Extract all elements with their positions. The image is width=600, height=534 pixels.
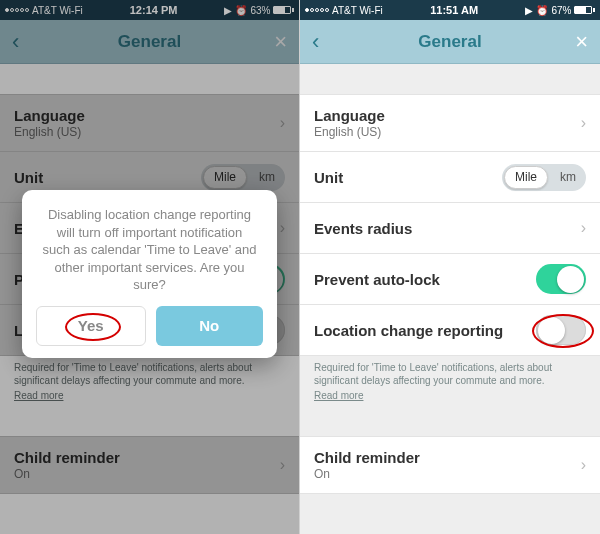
row-label: Location change reporting bbox=[314, 322, 503, 339]
header: ‹ General × bbox=[300, 20, 600, 64]
status-bar: AT&T Wi-Fi 11:51 AM ▶ ⏰ 67% bbox=[300, 0, 600, 20]
close-button[interactable]: × bbox=[568, 29, 588, 55]
helper-text: Required for 'Time to Leave' notificatio… bbox=[300, 355, 600, 412]
row-label: Unit bbox=[314, 169, 343, 186]
alarm-icon: ▶ bbox=[525, 5, 533, 16]
chevron-right-icon: › bbox=[581, 456, 586, 474]
row-value: English (US) bbox=[314, 125, 385, 139]
dialog-yes-label: Yes bbox=[78, 317, 104, 334]
row-label: Events radius bbox=[314, 220, 412, 237]
dialog-yes-button[interactable]: Yes bbox=[36, 306, 146, 346]
row-prevent-autolock: Prevent auto-lock bbox=[300, 253, 600, 305]
back-button[interactable]: ‹ bbox=[312, 29, 332, 55]
dialog-message: Disabling location change reporting will… bbox=[36, 206, 263, 306]
row-value: On bbox=[314, 467, 420, 481]
chevron-right-icon: › bbox=[581, 114, 586, 132]
row-label: Prevent auto-lock bbox=[314, 271, 440, 288]
row-unit: Unit Mile km bbox=[300, 151, 600, 203]
row-language[interactable]: Language English (US) › bbox=[300, 94, 600, 152]
row-label: Child reminder bbox=[314, 449, 420, 466]
dialog-no-label: No bbox=[199, 317, 219, 334]
battery-percent: 67% bbox=[551, 5, 571, 16]
unit-segmented-control[interactable]: Mile km bbox=[502, 164, 586, 191]
read-more-link[interactable]: Read more bbox=[314, 389, 363, 402]
carrier-label: AT&T Wi-Fi bbox=[332, 5, 383, 16]
row-location-reporting: Location change reporting bbox=[300, 304, 600, 356]
row-child-reminder[interactable]: Child reminder On › bbox=[300, 436, 600, 494]
settings-list: Language English (US) › Unit Mile km Eve… bbox=[300, 94, 600, 494]
battery-icon bbox=[574, 6, 595, 14]
unit-option-mile[interactable]: Mile bbox=[504, 166, 548, 189]
toggle-prevent-autolock[interactable] bbox=[536, 264, 586, 294]
confirm-dialog: Disabling location change reporting will… bbox=[22, 190, 277, 358]
clock-label: 11:51 AM bbox=[430, 4, 478, 16]
toggle-location-reporting[interactable] bbox=[536, 315, 586, 345]
phone-right: AT&T Wi-Fi 11:51 AM ▶ ⏰ 67% ‹ General × … bbox=[300, 0, 600, 534]
phone-left: AT&T Wi-Fi 12:14 PM ▶ ⏰ 63% ‹ General × … bbox=[0, 0, 300, 534]
row-label: Language bbox=[314, 107, 385, 124]
helper-body: Required for 'Time to Leave' notificatio… bbox=[314, 362, 552, 386]
chevron-right-icon: › bbox=[581, 219, 586, 237]
unit-option-km[interactable]: km bbox=[550, 164, 586, 191]
page-title: General bbox=[332, 32, 568, 52]
dialog-no-button[interactable]: No bbox=[156, 306, 264, 346]
row-events-radius[interactable]: Events radius › bbox=[300, 202, 600, 254]
alarm-icon: ⏰ bbox=[536, 5, 548, 16]
